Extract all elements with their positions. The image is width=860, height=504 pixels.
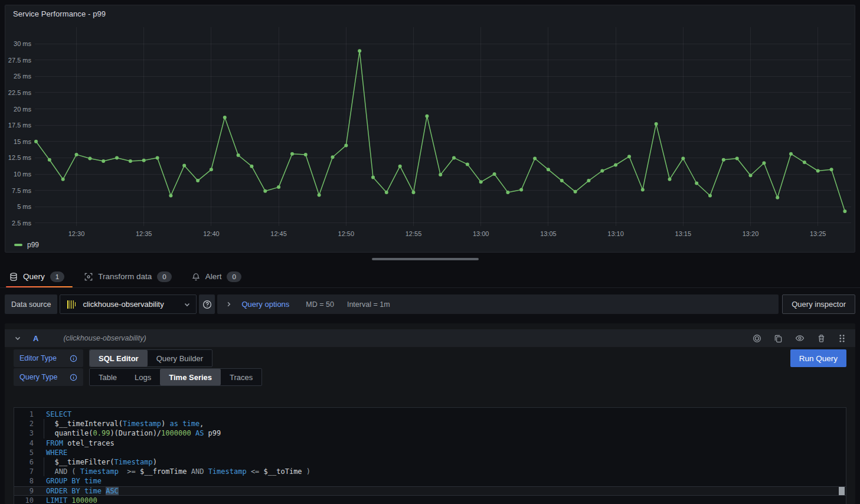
code-line[interactable]: 5WHERE	[14, 448, 846, 457]
query-datasource-name: (clickhouse-observability)	[63, 334, 146, 342]
bell-icon	[192, 273, 200, 281]
line-number: 7	[14, 467, 34, 476]
tab-alert[interactable]: Alert 0	[188, 266, 250, 287]
sql-editor[interactable]: 1SELECT2 $__timeInterval(Timestamp) as t…	[14, 407, 846, 504]
interval-value: Interval = 1m	[347, 300, 390, 309]
chart-legend: p99	[14, 241, 39, 249]
query-ref: A	[33, 334, 38, 343]
svg-text:12:50: 12:50	[338, 230, 355, 237]
svg-text:5 ms: 5 ms	[17, 203, 31, 210]
collapse-chevron-icon[interactable]	[14, 335, 21, 342]
svg-text:12:35: 12:35	[136, 230, 152, 237]
query-actions	[753, 333, 846, 343]
tab-query[interactable]: Query 1	[6, 266, 73, 287]
svg-text:12:40: 12:40	[203, 230, 220, 237]
query-header[interactable]: A (clickhouse-observability)	[5, 329, 855, 347]
code-text: SELECT	[46, 410, 71, 419]
max-data-points-value: MD = 50	[306, 300, 334, 309]
svg-text:12:45: 12:45	[270, 230, 287, 237]
radio-traces[interactable]: Traces	[221, 369, 261, 385]
query-type-label-box: Query Type	[14, 368, 83, 386]
tab-transform-data[interactable]: Transform data 0	[81, 266, 179, 287]
svg-text:12:30: 12:30	[68, 230, 85, 237]
radio-query-builder[interactable]: Query Builder	[148, 350, 212, 366]
svg-text:12.5 ms: 12.5 ms	[8, 154, 32, 161]
chevron-down-icon	[184, 301, 191, 308]
duplicate-query-icon[interactable]	[774, 334, 783, 343]
indent-guide	[44, 419, 44, 428]
chart-panel: Service Performance - p99 2.5 ms5 ms7.5 …	[5, 5, 855, 253]
query-inspector-button[interactable]: Query inspector	[782, 294, 855, 314]
editor-tabs: Query 1 Transform data 0 Alert 0	[0, 266, 860, 288]
drag-handle-icon[interactable]	[838, 334, 846, 343]
svg-text:7.5 ms: 7.5 ms	[12, 187, 32, 194]
legend-series-label[interactable]: p99	[27, 241, 39, 249]
line-number: 10	[14, 496, 34, 504]
code-line[interactable]: 4FROM otel_traces	[14, 438, 846, 448]
indent-guide	[44, 428, 44, 438]
transform-count-badge: 0	[157, 271, 171, 282]
status-circle-icon[interactable]	[753, 334, 761, 343]
svg-text:13:25: 13:25	[810, 230, 826, 237]
svg-text:13:20: 13:20	[743, 230, 759, 237]
datasource-select[interactable]: clickhouse-observability	[60, 294, 197, 314]
code-line[interactable]: 2 $__timeInterval(Timestamp) as time,	[14, 419, 846, 428]
active-tab-underline	[6, 286, 73, 287]
code-line[interactable]: 3 quantile(0.99)(Duration)/1000000 AS p9…	[14, 428, 846, 438]
indent-guide	[44, 467, 44, 476]
code-line[interactable]: 7 AND ( Timestamp >= $__fromTime AND Tim…	[14, 467, 846, 476]
horizontal-scrollbar[interactable]	[372, 258, 479, 260]
code-text: WHERE	[46, 448, 67, 457]
svg-text:20 ms: 20 ms	[14, 106, 31, 113]
line-number: 1	[14, 410, 34, 419]
tab-alert-label: Alert	[205, 272, 222, 281]
editor-type-group: SQL Editor Query Builder	[89, 349, 212, 367]
svg-text:12:55: 12:55	[406, 230, 422, 237]
code-text: LIMIT 100000	[46, 496, 97, 504]
datasource-help-button[interactable]	[199, 294, 215, 314]
legend-series-swatch	[14, 244, 22, 246]
query-type-group: Table Logs Time Series Traces	[89, 368, 262, 386]
line-number: 2	[14, 419, 34, 428]
svg-text:2.5 ms: 2.5 ms	[12, 220, 32, 227]
svg-text:27.5 ms: 27.5 ms	[8, 57, 32, 64]
run-query-button[interactable]: Run Query	[790, 349, 846, 367]
svg-text:13:05: 13:05	[540, 230, 557, 237]
radio-time-series[interactable]: Time Series	[160, 369, 221, 385]
code-line[interactable]: 6 $__timeFilter(Timestamp)	[14, 457, 846, 467]
svg-text:13:10: 13:10	[607, 230, 624, 237]
svg-text:15 ms: 15 ms	[14, 138, 31, 145]
query-type-label: Query Type	[19, 373, 57, 381]
datasource-bar: Data source clickhouse-observability Que…	[5, 294, 855, 314]
cursor-block	[839, 487, 845, 495]
toggle-visibility-icon[interactable]	[795, 333, 805, 343]
line-number: 4	[14, 438, 34, 448]
code-text: quantile(0.99)(Duration)/1000000 AS p99	[46, 428, 221, 438]
chevron-right-icon	[225, 301, 232, 307]
svg-text:10 ms: 10 ms	[14, 171, 31, 178]
info-circle-icon[interactable]	[70, 355, 77, 362]
data-source-label: Data source	[5, 294, 57, 314]
time-series-chart[interactable]: 2.5 ms5 ms7.5 ms10 ms12.5 ms15 ms17.5 ms…	[5, 5, 855, 252]
delete-query-icon[interactable]	[817, 334, 826, 343]
code-line[interactable]: 10LIMIT 100000	[14, 496, 846, 504]
radio-logs[interactable]: Logs	[126, 369, 160, 385]
alert-count-badge: 0	[227, 271, 241, 282]
code-line[interactable]: 1SELECT	[14, 410, 846, 419]
transform-icon	[84, 273, 93, 281]
datasource-value: clickhouse-observability	[83, 300, 164, 309]
svg-text:13:00: 13:00	[473, 230, 489, 237]
radio-sql-editor[interactable]: SQL Editor	[90, 350, 148, 366]
query-options-bar[interactable]: Query options MD = 50 Interval = 1m	[217, 294, 779, 314]
info-circle-icon[interactable]	[70, 374, 77, 381]
svg-text:30 ms: 30 ms	[14, 40, 31, 47]
code-line[interactable]: 8GROUP BY time	[14, 476, 846, 486]
radio-table[interactable]: Table	[90, 369, 126, 385]
tab-transform-label: Transform data	[98, 272, 152, 281]
editor-type-label-box: Editor Type	[14, 349, 83, 367]
sql-code-lines: 1SELECT2 $__timeInterval(Timestamp) as t…	[14, 410, 846, 504]
code-line[interactable]: 9ORDER BY time ASC	[14, 486, 846, 496]
query-options-link[interactable]: Query options	[241, 300, 289, 309]
indent-guide	[44, 457, 44, 467]
line-number: 8	[14, 476, 34, 486]
